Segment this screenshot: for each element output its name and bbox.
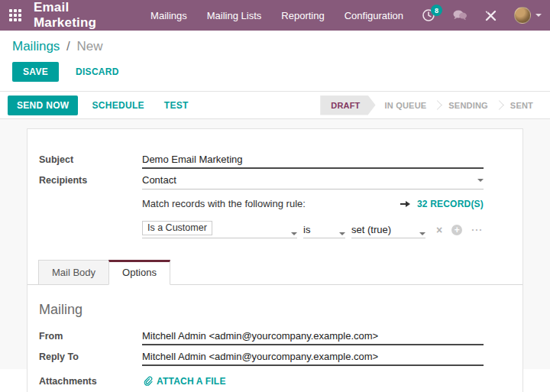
navbar-systray: 8 <box>413 0 550 31</box>
status-in-queue[interactable]: IN QUEUE <box>376 101 436 110</box>
menu-reporting[interactable]: Reporting <box>271 0 334 31</box>
domain-intro: Match records with the following rule: 3… <box>142 198 484 209</box>
tab-bar: Mail Body Options <box>28 260 522 285</box>
attach-file-label: ATTACH A FILE <box>157 376 226 387</box>
control-panel: Mailings / New SAVE DISCARD <box>0 31 550 92</box>
main-menu: Mailings Mailing Lists Reporting Configu… <box>141 0 413 31</box>
paperclip-icon <box>142 376 153 387</box>
menu-configuration[interactable]: Configuration <box>335 0 413 31</box>
breadcrumb-mailings[interactable]: Mailings <box>12 39 60 53</box>
status-sent[interactable]: SENT <box>501 101 542 110</box>
chevron-down-icon <box>477 179 484 182</box>
chevron-down-icon <box>291 232 297 235</box>
delete-rule-icon[interactable]: × <box>436 225 442 235</box>
tools-icon <box>484 9 497 22</box>
statusbar: SEND NOW SCHEDULE TEST DRAFT IN QUEUE SE… <box>0 92 550 119</box>
chevron-down-icon <box>535 14 542 17</box>
save-button[interactable]: SAVE <box>12 62 59 82</box>
user-avatar <box>514 7 531 24</box>
attachments-row: Attachments ATTACH A FILE <box>39 374 509 390</box>
add-rule-icon[interactable]: + <box>451 225 462 235</box>
form-sheet: Subject Demo Email Marketing Recipients … <box>27 128 523 392</box>
attach-file-button[interactable]: ATTACH A FILE <box>142 374 226 387</box>
activities-button[interactable]: 8 <box>413 0 444 31</box>
apps-grid-icon <box>9 9 21 21</box>
form-buttons: SAVE DISCARD <box>12 62 538 82</box>
subject-row: Subject Demo Email Marketing <box>28 152 522 169</box>
activity-count-badge: 8 <box>431 5 442 16</box>
menu-mailings[interactable]: Mailings <box>141 0 197 31</box>
app-title: Email Marketing <box>34 0 96 31</box>
send-now-button[interactable]: SEND NOW <box>8 96 78 115</box>
domain-rule-row: Is a Customer is set (true) × + ··· <box>28 213 522 238</box>
recipients-select[interactable]: Contact <box>142 173 484 190</box>
discard-button[interactable]: DISCARD <box>70 62 125 82</box>
domain-rule: Is a Customer is set (true) × + ··· <box>142 221 483 238</box>
chevron-down-icon <box>419 232 425 235</box>
form-view-background: Subject Demo Email Marketing Recipients … <box>0 119 550 369</box>
tab-mail-body[interactable]: Mail Body <box>38 260 109 285</box>
chat-bubbles-icon <box>452 9 467 21</box>
breadcrumb: Mailings / New <box>12 39 538 54</box>
rule-field-select[interactable]: Is a Customer <box>142 221 297 238</box>
rule-value-value: set (true) <box>351 224 391 235</box>
attachments-label: Attachments <box>39 374 142 387</box>
reply-to-label: Reply To <box>39 349 142 362</box>
reply-to-input[interactable]: Mitchell Admin <admin@yourcompany.exampl… <box>142 349 484 366</box>
rule-field-tag[interactable]: Is a Customer <box>142 221 212 235</box>
breadcrumb-separator: / <box>66 39 70 53</box>
from-input[interactable]: Mitchell Admin <admin@yourcompany.exampl… <box>142 329 484 345</box>
recipients-label: Recipients <box>39 173 142 186</box>
rule-actions: × + ··· <box>436 225 483 238</box>
status-draft[interactable]: DRAFT <box>320 96 375 115</box>
subject-label: Subject <box>39 152 142 165</box>
from-row: From Mitchell Admin <admin@yourcompany.e… <box>39 329 509 345</box>
status-stepper: DRAFT IN QUEUE SENDING SENT <box>320 96 542 115</box>
breadcrumb-current: New <box>77 39 103 53</box>
attachments-field: ATTACH A FILE <box>142 374 484 390</box>
mailing-section-title: Mailing <box>39 302 509 318</box>
arrow-right-icon <box>400 200 411 208</box>
tab-options[interactable]: Options <box>108 260 170 285</box>
domain-intro-text: Match records with the following rule: <box>142 198 306 209</box>
rule-operator-value: is <box>303 224 310 235</box>
options-panel: Mailing From Mitchell Admin <admin@yourc… <box>28 285 522 392</box>
schedule-button[interactable]: SCHEDULE <box>86 96 150 115</box>
add-branch-icon[interactable]: ··· <box>471 225 483 235</box>
recipients-row: Recipients Contact <box>28 173 522 190</box>
rule-spacer <box>39 213 142 215</box>
recipients-value: Contact <box>142 174 176 186</box>
user-menu[interactable] <box>506 0 550 31</box>
reply-to-row: Reply To Mitchell Admin <admin@yourcompa… <box>39 349 509 366</box>
notebook: Mail Body Options Mailing From Mitchell … <box>28 260 522 392</box>
record-count-link[interactable]: 32 RECORD(S) <box>417 199 484 209</box>
domain-spacer <box>39 193 142 196</box>
rule-value-select[interactable]: set (true) <box>351 224 425 238</box>
chevron-down-icon <box>339 232 345 235</box>
record-count-wrap: 32 RECORD(S) <box>400 199 484 209</box>
domain-intro-row: Match records with the following rule: 3… <box>28 193 522 209</box>
subject-input[interactable]: Demo Email Marketing <box>142 152 484 169</box>
from-label: From <box>39 329 142 342</box>
menu-mailing-lists[interactable]: Mailing Lists <box>197 0 272 31</box>
status-sending[interactable]: SENDING <box>439 101 497 110</box>
debug-tools-button[interactable] <box>476 0 506 31</box>
top-navbar: Email Marketing Mailings Mailing Lists R… <box>0 0 550 31</box>
apps-menu-icon[interactable] <box>9 4 21 27</box>
test-button[interactable]: TEST <box>158 96 195 115</box>
messages-button[interactable] <box>444 0 476 31</box>
rule-operator-select[interactable]: is <box>303 224 345 238</box>
